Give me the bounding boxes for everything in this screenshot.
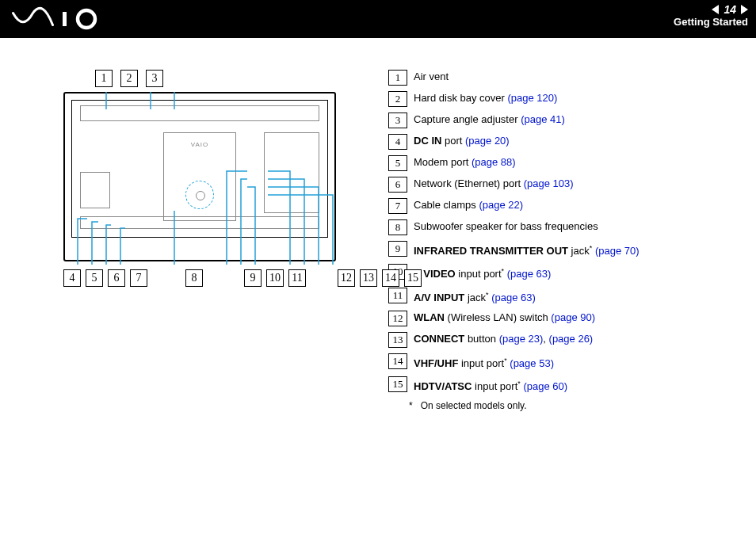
legend-item-6: 6Network (Ethernet) port (page 103) xyxy=(388,177,740,193)
footnote: *On selected models only. xyxy=(409,400,740,411)
device-outline: VAIO xyxy=(63,92,336,261)
legend-number: 8 xyxy=(388,219,407,235)
header-bar: 14 Getting Started xyxy=(0,0,756,38)
diagram-column: 123 VAIO xyxy=(16,70,380,518)
callout-11: 11 xyxy=(288,269,306,287)
callout-14: 14 xyxy=(382,269,399,287)
legend-number: 6 xyxy=(388,177,407,193)
callouts-bottom: 4567 8 91011 12131415 xyxy=(63,269,357,287)
page-link[interactable]: (page 120) xyxy=(508,92,558,104)
diagram-brand: VAIO xyxy=(164,141,235,148)
page-link[interactable]: (page 20) xyxy=(465,135,510,147)
page-link[interactable]: (page 88) xyxy=(472,156,516,168)
legend-number: 13 xyxy=(388,332,407,348)
legend-number: 9 xyxy=(388,241,407,257)
legend-number: 2 xyxy=(388,91,407,107)
legend-text: Subwoofer speaker for bass frequencies xyxy=(414,219,740,234)
legend-item-12: 12WLAN (Wireless LAN) switch (page 90) xyxy=(388,311,740,326)
legend-text: Cable clamps (page 22) xyxy=(414,198,740,212)
callout-15: 15 xyxy=(404,269,422,287)
legend-number: 5 xyxy=(388,155,407,171)
legend-column: 1Air vent2Hard disk bay cover (page 120)… xyxy=(380,70,740,518)
legend-text: Capture angle adjuster (page 41) xyxy=(414,113,740,127)
rear-diagram: 123 VAIO xyxy=(63,70,357,287)
legend-number: 15 xyxy=(388,376,407,392)
page-number: 14 xyxy=(724,3,736,16)
legend-item-10: 10S VIDEO input port* (page 63) xyxy=(388,264,740,281)
callout-6: 6 xyxy=(108,269,125,287)
legend-item-13: 13CONNECT button (page 23), (page 26) xyxy=(388,332,740,348)
page-link[interactable]: (page 60) xyxy=(523,381,567,393)
legend-text: VHF/UHF input port* (page 53) xyxy=(414,353,740,371)
page-link[interactable]: (page 90) xyxy=(551,311,595,323)
page-link[interactable]: (page 26) xyxy=(549,333,594,345)
svg-rect-0 xyxy=(63,12,67,26)
legend-item-8: 8Subwoofer speaker for bass frequencies xyxy=(388,219,740,235)
callouts-top: 123 xyxy=(95,70,357,87)
legend-number: 3 xyxy=(388,113,407,128)
legend-item-3: 3Capture angle adjuster (page 41) xyxy=(388,113,740,128)
legend-number: 12 xyxy=(388,311,407,326)
page-link[interactable]: (page 63) xyxy=(491,292,536,303)
legend-text: Air vent xyxy=(414,70,740,84)
legend-text: INFRARED TRANSMITTER OUT jack* (page 70) xyxy=(414,241,740,258)
legend-number: 1 xyxy=(388,70,407,86)
page-link[interactable]: (page 22) xyxy=(479,199,523,211)
svg-point-1 xyxy=(78,10,95,28)
legend-item-2: 2Hard disk bay cover (page 120) xyxy=(388,91,740,107)
legend-item-15: 15HDTV/ATSC input port* (page 60) xyxy=(388,376,740,394)
legend-item-14: 14VHF/UHF input port* (page 53) xyxy=(388,353,740,371)
legend-item-1: 1Air vent xyxy=(388,70,740,86)
next-page-arrow-icon[interactable] xyxy=(741,5,748,14)
callout-5: 5 xyxy=(86,269,103,287)
callout-2: 2 xyxy=(120,70,138,87)
legend-text: A/V INPUT jack* (page 63) xyxy=(414,288,740,305)
callout-9: 9 xyxy=(244,269,262,287)
section-title: Getting Started xyxy=(674,16,748,29)
page-link[interactable]: (page 53) xyxy=(510,357,554,369)
callout-1: 1 xyxy=(95,70,113,87)
callout-4: 4 xyxy=(63,269,81,287)
callout-8: 8 xyxy=(185,269,203,287)
legend-item-9: 9INFRARED TRANSMITTER OUT jack* (page 70… xyxy=(388,241,740,258)
dial-icon xyxy=(185,181,214,209)
legend-item-11: 11A/V INPUT jack* (page 63) xyxy=(388,288,740,305)
legend-text: Modem port (page 88) xyxy=(414,155,740,170)
legend-text: Network (Ethernet) port (page 103) xyxy=(414,177,740,191)
page-link[interactable]: (page 41) xyxy=(521,113,565,125)
legend-number: 4 xyxy=(388,134,407,150)
callout-10: 10 xyxy=(266,269,284,287)
header-nav: 14 Getting Started xyxy=(674,3,748,29)
legend-text: CONNECT button (page 23), (page 26) xyxy=(414,332,740,346)
legend-number: 14 xyxy=(388,353,407,369)
callout-12: 12 xyxy=(338,269,355,287)
legend-item-5: 5Modem port (page 88) xyxy=(388,155,740,171)
callout-13: 13 xyxy=(360,269,377,287)
page-link[interactable]: (page 23) xyxy=(499,333,544,345)
legend-text: Hard disk bay cover (page 120) xyxy=(414,91,740,105)
callout-7: 7 xyxy=(130,269,147,287)
legend-number: 7 xyxy=(388,198,407,214)
prev-page-arrow-icon[interactable] xyxy=(712,5,719,14)
page: 14 Getting Started 123 VAIO xyxy=(0,0,756,534)
page-link[interactable]: (page 70) xyxy=(595,245,640,257)
page-link[interactable]: (page 63) xyxy=(507,269,552,280)
legend-item-7: 7Cable clamps (page 22) xyxy=(388,198,740,214)
legend-text: DC IN port (page 20) xyxy=(414,134,740,148)
legend-text: S VIDEO input port* (page 63) xyxy=(414,264,740,281)
page-link[interactable]: (page 103) xyxy=(524,177,574,189)
legend-item-4: 4DC IN port (page 20) xyxy=(388,134,740,150)
legend-text: WLAN (Wireless LAN) switch (page 90) xyxy=(414,311,740,325)
legend-number: 11 xyxy=(388,288,407,303)
content: 123 VAIO xyxy=(0,38,756,534)
legend-text: HDTV/ATSC input port* (page 60) xyxy=(414,376,740,394)
callout-3: 3 xyxy=(146,70,163,87)
vaio-logo xyxy=(11,5,106,33)
